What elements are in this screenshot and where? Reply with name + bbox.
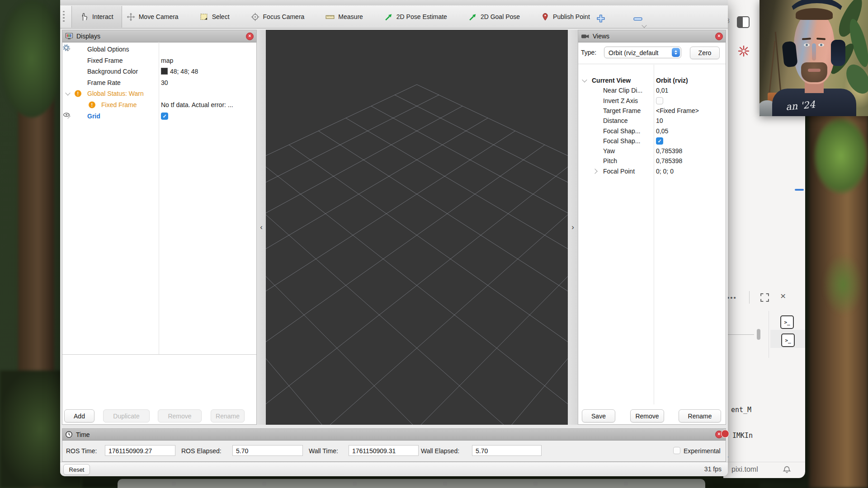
property-value[interactable]: 48; 48; 48 (161, 68, 198, 75)
column-divider[interactable] (159, 42, 159, 354)
property-row[interactable]: Background Color 48; 48; 48 (62, 66, 256, 77)
experimental-label: Experimental (684, 446, 721, 456)
rviz-window[interactable]: Interact Move Camera Select Focus Came (60, 0, 728, 476)
tool-move-camera[interactable]: Move Camera (127, 13, 179, 21)
zero-button[interactable]: Zero (690, 47, 720, 59)
remove-button[interactable]: Remove (158, 409, 202, 422)
statusbar-filename[interactable]: pixi.toml (731, 465, 758, 474)
property-label: Near Clip Di... (603, 87, 642, 94)
rename-button[interactable]: Rename (211, 409, 245, 422)
rename-button[interactable]: Rename (679, 409, 721, 422)
truncated-code-line: ent_M (731, 406, 751, 414)
tool-select[interactable]: Select (200, 13, 230, 21)
displays-panel-header[interactable]: Displays × (62, 30, 256, 42)
property-row[interactable]: Near Clip Di... 0,01 (578, 85, 726, 96)
tool-publish-point[interactable]: Publish Point (541, 13, 590, 21)
save-button[interactable]: Save (582, 409, 615, 422)
tool-focus-camera[interactable]: Focus Camera (251, 13, 305, 21)
tool-interact[interactable]: Interact (71, 6, 122, 28)
right-splitter[interactable]: › (568, 30, 578, 425)
scrollbar-thumb[interactable] (757, 329, 760, 340)
webcam-overlay[interactable]: an '24 (760, 0, 868, 116)
add-tool-icon[interactable] (596, 14, 605, 23)
property-row[interactable]: Yaw 0,785398 (578, 145, 726, 156)
property-row[interactable]: Current View Orbit (rviz) (578, 75, 726, 86)
property-row[interactable]: Target Frame <Fixed Frame> (578, 105, 726, 116)
tool-label: Select (212, 13, 230, 20)
dropdown-spinner-icon[interactable] (672, 48, 680, 57)
property-row[interactable]: ! Fixed Frame No tf data. Actual error: … (62, 99, 256, 110)
property-value[interactable]: 10 (656, 117, 663, 124)
duplicate-button[interactable]: Duplicate (103, 409, 150, 422)
property-row[interactable]: Frame Rate 30 (62, 77, 256, 88)
terminal-icon[interactable]: >_ (781, 333, 795, 347)
property-row[interactable]: Distance 10 (578, 115, 726, 126)
checkbox-checked[interactable]: ✓ (656, 137, 663, 145)
close-panel-button[interactable]: × (246, 33, 254, 40)
starburst-icon (738, 45, 750, 57)
left-splitter[interactable]: ‹ (257, 30, 266, 425)
property-value[interactable]: <Fixed Frame> (656, 107, 699, 114)
sidebar-toggle-icon[interactable] (737, 16, 750, 28)
property-row[interactable]: Grid ✓ (62, 111, 256, 122)
ros-time-input[interactable]: 1761150909.27 (105, 445, 175, 456)
checkbox-unchecked[interactable] (656, 97, 663, 104)
reset-button[interactable]: Reset (63, 464, 90, 475)
tool-2d-goal-pose[interactable]: 2D Goal Pose (468, 13, 520, 21)
bell-icon[interactable] (783, 465, 791, 475)
expander-down-icon[interactable] (65, 90, 70, 95)
panel-splitter[interactable] (62, 354, 256, 355)
property-value[interactable]: No tf data. Actual error: ... (161, 101, 233, 108)
toolbar-overflow-chevron-icon[interactable] (642, 23, 646, 28)
time-panel-header[interactable]: Time × (62, 429, 726, 441)
panel-title: Views (593, 33, 609, 40)
type-label: Type: (581, 49, 596, 56)
property-label: Focal Point (603, 168, 635, 175)
pane-divider (769, 311, 769, 358)
property-value[interactable]: 0,01 (656, 87, 668, 94)
property-row[interactable]: Pitch 0,785398 (578, 155, 726, 166)
property-row[interactable]: ! Global Status: Warn (62, 88, 256, 99)
property-value[interactable]: map (161, 57, 173, 64)
wall-elapsed-input[interactable]: 5.70 (472, 445, 542, 456)
wall-time-input[interactable]: 1761150909.31 (349, 445, 419, 456)
property-row[interactable]: Invert Z Axis (578, 95, 726, 106)
tool-label: Interact (92, 13, 113, 20)
macos-dock[interactable] (118, 479, 705, 488)
toolbar-drag-handle[interactable] (63, 11, 65, 23)
view-type-dropdown[interactable]: Orbit (rviz_default (604, 47, 681, 58)
property-value[interactable]: 0,785398 (656, 157, 682, 164)
views-panel-header[interactable]: Views × (578, 30, 726, 42)
green-arrow-icon (384, 13, 393, 21)
tool-2d-pose-estimate[interactable]: 2D Pose Estimate (384, 13, 447, 21)
column-divider[interactable] (654, 65, 654, 404)
3d-viewport[interactable] (266, 30, 568, 425)
property-row[interactable]: Fixed Frame map (62, 55, 256, 66)
ros-elapsed-input[interactable]: 5.70 (232, 445, 303, 456)
property-value[interactable]: 0,05 (656, 127, 668, 135)
tool-measure[interactable]: Measure (326, 13, 363, 21)
remove-button[interactable]: Remove (630, 409, 664, 422)
checkbox-checked[interactable]: ✓ (161, 113, 168, 120)
property-row[interactable]: Focal Point 0; 0; 0 (578, 166, 726, 177)
property-value[interactable]: 0; 0; 0 (656, 168, 674, 175)
monitor-icon (65, 33, 73, 40)
more-icon[interactable]: ••• (727, 294, 737, 301)
close-panel-button[interactable]: × (715, 33, 723, 40)
add-button[interactable]: Add (64, 409, 94, 422)
terminal-icon[interactable]: >_ (780, 315, 794, 329)
expander-right-icon[interactable] (592, 169, 597, 174)
close-icon[interactable]: × (780, 291, 786, 301)
expander-down-icon[interactable] (582, 77, 587, 82)
tool-label: Publish Point (553, 13, 590, 20)
experimental-checkbox[interactable] (673, 447, 680, 454)
property-row[interactable]: Focal Shap... ✓ (578, 136, 726, 146)
property-value[interactable]: 0,785398 (656, 147, 682, 155)
fullscreen-icon[interactable] (760, 292, 770, 303)
property-value[interactable]: 30 (161, 79, 168, 86)
property-row[interactable]: Focal Shap... 0,05 (578, 126, 726, 136)
property-row[interactable]: Global Options (62, 44, 256, 55)
remove-tool-icon[interactable] (633, 17, 642, 21)
fps-counter: 31 fps (704, 465, 722, 473)
camera-icon (581, 33, 590, 40)
